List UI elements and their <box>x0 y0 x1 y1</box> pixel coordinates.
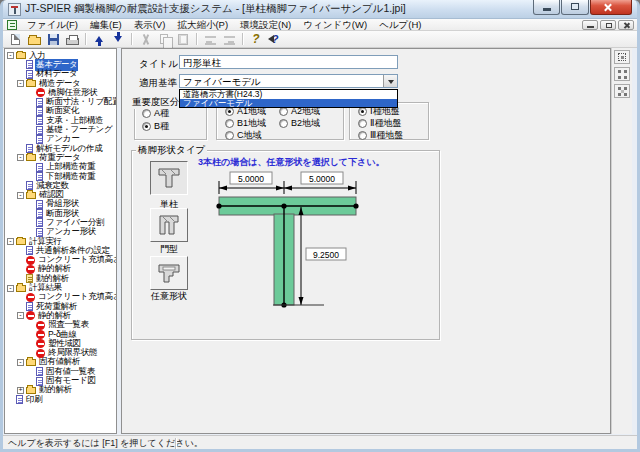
status-bar: ヘルプを表示するには [F1] を押してください。 <box>3 435 637 450</box>
basic-data-form: タイトル 円形単柱 適用基準 ファイバーモデル 道路橋示方書(H24.3) ファ… <box>121 48 611 434</box>
move-down-button[interactable] <box>109 32 127 47</box>
menu-help[interactable]: ヘルプ(H) <box>373 19 427 31</box>
collapse-box-icon[interactable]: - <box>17 359 24 366</box>
ban-icon <box>26 311 35 320</box>
tree-spacer <box>17 265 25 273</box>
radio-ground-3[interactable]: Ⅲ種地盤 <box>358 129 403 142</box>
fit-view-button[interactable] <box>614 50 630 64</box>
toolbar-separator <box>196 33 197 45</box>
close-button[interactable] <box>590 0 632 15</box>
window-title: JT-SPIER 鋼製橋脚の耐震設計支援システム - [単柱橋脚ファイバーサンプ… <box>25 2 406 16</box>
document-icon[interactable] <box>7 20 17 30</box>
doc-icon <box>36 116 43 125</box>
radio-region-c[interactable]: C地域 <box>225 129 262 142</box>
collapse-box-icon[interactable]: - <box>17 192 24 199</box>
doc-icon <box>36 218 43 227</box>
arbitrary-shape-button[interactable] <box>150 256 188 290</box>
tree-item[interactable]: +動的解析 <box>5 386 116 395</box>
tree-spacer <box>27 349 35 357</box>
radio-icon <box>225 131 234 140</box>
tree-indent <box>5 74 17 75</box>
menu-window[interactable]: ウィンドウ(W) <box>297 19 373 31</box>
context-help-button[interactable]: ? <box>266 32 284 47</box>
collapse-box-icon[interactable]: - <box>7 238 14 245</box>
collapse-box-icon[interactable]: - <box>7 285 14 292</box>
minimize-button[interactable] <box>533 0 560 15</box>
zoom-in-button[interactable] <box>614 67 630 81</box>
tree-spacer <box>17 293 25 301</box>
new-file-icon <box>11 34 20 45</box>
menu-zoom[interactable]: 拡大縮小(P) <box>171 19 234 31</box>
portal-pier-button[interactable] <box>150 208 188 242</box>
tree-spacer <box>27 126 35 134</box>
save-icon <box>48 34 59 45</box>
menu-edit[interactable]: 編集(E) <box>84 19 128 31</box>
title-input[interactable]: 円形単柱 <box>179 55 398 69</box>
radio-importance-b[interactable]: B種 <box>142 120 169 133</box>
toolbar-separator <box>242 33 243 45</box>
doc-icon <box>36 126 43 135</box>
radio-region-b2[interactable]: B2地域 <box>279 117 320 130</box>
single-pier-button[interactable] <box>150 161 188 195</box>
collapse-box-icon[interactable]: - <box>7 52 14 59</box>
tree-indent <box>5 371 27 372</box>
tree-indent <box>5 232 27 233</box>
menu-file[interactable]: ファイル(F) <box>21 19 84 31</box>
collapse-box-icon[interactable]: - <box>17 80 24 87</box>
standard-combobox[interactable]: ファイバーモデル <box>179 74 398 88</box>
menu-settings[interactable]: 環境設定(N) <box>234 19 297 31</box>
collapse-box-icon[interactable]: - <box>17 154 24 161</box>
standard-value: ファイバーモデル <box>183 76 261 87</box>
arbitrary-shape-label: 任意形状 <box>139 290 199 303</box>
mdi-close-button[interactable] <box>618 20 634 30</box>
title-bar[interactable]: JT-SPIER 鋼製橋脚の耐震設計支援システム - [単柱橋脚ファイバーサンプ… <box>3 0 637 19</box>
menu-view[interactable]: 表示(V) <box>128 19 172 31</box>
tree-spacer <box>27 107 35 115</box>
expand-box-icon[interactable]: + <box>17 387 24 394</box>
chevron-down-icon[interactable] <box>383 75 397 87</box>
mdi-minimize-button[interactable] <box>582 20 598 30</box>
tree-indent <box>5 390 17 391</box>
radio-icon <box>279 119 288 128</box>
single-pier-icon <box>156 166 182 190</box>
dropdown-option[interactable]: ファイバーモデル <box>180 99 397 108</box>
delete-row-icon <box>224 36 235 45</box>
zoom-out-button[interactable] <box>614 84 630 98</box>
move-up-button[interactable] <box>90 32 108 47</box>
doc-icon <box>26 60 33 69</box>
radio-importance-a[interactable]: A種 <box>142 107 169 120</box>
new-file-button[interactable] <box>6 32 24 47</box>
doc-icon <box>26 70 33 79</box>
help-button[interactable]: ? <box>247 32 265 47</box>
portal-pier-icon <box>156 213 182 237</box>
application-window: JT-SPIER 鋼製橋脚の耐震設計支援システム - [単柱橋脚ファイバーサンプ… <box>0 0 640 452</box>
save-button[interactable] <box>44 32 62 47</box>
tree-indent <box>5 195 17 196</box>
print-button[interactable] <box>63 32 81 47</box>
tree-indent <box>5 148 17 149</box>
app-icon[interactable] <box>8 3 21 16</box>
mdi-restore-button[interactable] <box>600 20 616 30</box>
tree-indent <box>5 204 27 205</box>
folder-icon <box>16 285 26 292</box>
maximize-button[interactable] <box>561 0 589 15</box>
work-area: -入力基本データ材料データ-構造データ橋脚任意形状断面寸法・リブ配置断面変化支承… <box>3 48 637 435</box>
standard-label: 適用基準 <box>139 77 177 90</box>
toolbar: ? ? <box>3 31 637 48</box>
tree-spacer <box>27 98 35 106</box>
open-file-button[interactable] <box>25 32 43 47</box>
doc-icon <box>26 181 33 190</box>
menu-bar: ファイル(F) 編集(E) 表示(V) 拡大縮小(P) 環境設定(N) ウィンド… <box>3 19 637 31</box>
doc-icon <box>36 377 43 386</box>
tree-spacer <box>27 117 35 125</box>
folder-icon <box>26 387 36 394</box>
tree-indent <box>5 222 27 223</box>
up-arrow-icon <box>95 32 103 42</box>
tree-indent <box>5 185 17 186</box>
tree-indent <box>5 362 17 363</box>
fit-view-icon <box>618 53 626 61</box>
cut-icon <box>141 34 150 45</box>
tree-item[interactable]: 印刷 <box>5 395 116 404</box>
collapse-box-icon[interactable]: - <box>17 312 24 319</box>
tree-indent <box>5 278 17 279</box>
